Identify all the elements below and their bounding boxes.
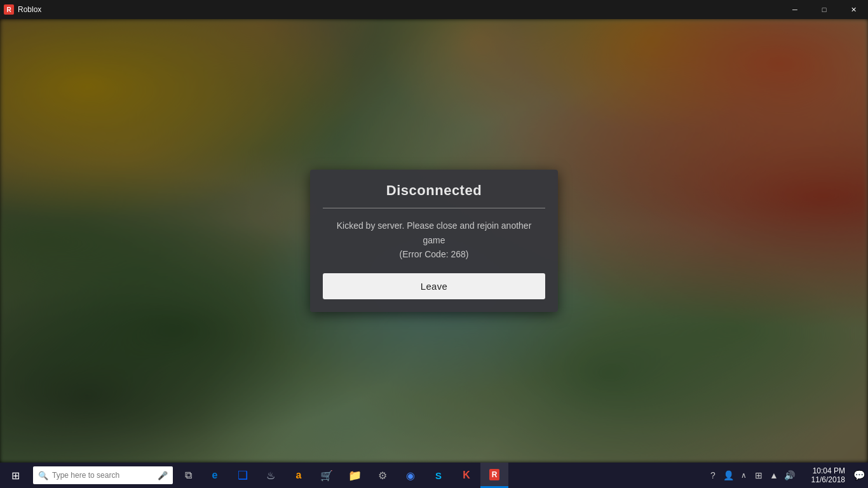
task-view-button[interactable]: ⧉ (175, 463, 201, 488)
message-line2: game (423, 235, 445, 245)
edge-icon: e (212, 470, 218, 481)
taskbar-app-amazon[interactable]: a (285, 463, 313, 488)
roblox-icon: R (489, 469, 500, 480)
system-tray: ? 👤 ∧ ⊞ ▲ 🔊 (703, 463, 799, 488)
app-icon-letter: R (6, 6, 11, 13)
taskbar-search[interactable]: 🔍 🎤 (33, 466, 173, 484)
notification-icon: 💬 (853, 470, 865, 481)
maximize-button[interactable]: □ (810, 0, 839, 19)
taskbar-app-kaspersky[interactable]: K (452, 463, 480, 488)
task-view-icon: ⧉ (185, 470, 192, 481)
window-title: Roblox (18, 5, 780, 14)
dialog-message: Kicked by server. Please close and rejoi… (323, 219, 545, 261)
notification-button[interactable]: 💬 (850, 463, 868, 488)
tray-help-button[interactable]: ? (705, 463, 721, 488)
skype-icon: S (435, 470, 442, 481)
shopping-icon: 🛒 (320, 470, 333, 482)
search-input[interactable] (52, 471, 158, 480)
network-icon: ⊞ (755, 470, 763, 480)
leave-button[interactable]: Leave (323, 273, 545, 299)
dialog-title: Disconnected (323, 182, 545, 199)
help-icon: ? (710, 470, 715, 480)
tray-wifi-button[interactable]: ▲ (766, 463, 782, 488)
clock-time: 10:04 PM (813, 466, 845, 475)
disconnected-dialog: Disconnected Kicked by server. Please cl… (310, 170, 558, 311)
taskbar-app-shopping[interactable]: 🛒 (313, 463, 341, 488)
tray-volume-button[interactable]: 🔊 (782, 463, 797, 488)
taskbar-app-roblox[interactable]: R (480, 463, 508, 488)
taskbar-app-steam[interactable]: ♨ (257, 463, 285, 488)
clock-date: 11/6/2018 (811, 475, 845, 484)
folder-icon: 📁 (348, 469, 362, 482)
taskbar-app-dropbox[interactable]: ❑ (229, 463, 257, 488)
close-button[interactable]: ✕ (839, 0, 868, 19)
amazon-icon: a (296, 470, 302, 481)
taskbar-app-folder[interactable]: 📁 (341, 463, 369, 488)
taskbar-app-chrome[interactable]: ◉ (397, 463, 424, 488)
taskbar-app-edge[interactable]: e (201, 463, 229, 488)
taskbar-app-settings[interactable]: ⚙ (369, 463, 397, 488)
search-icon: 🔍 (38, 471, 48, 480)
titlebar: R Roblox ─ □ ✕ (0, 0, 868, 19)
kaspersky-icon: K (463, 470, 470, 481)
app-icon: R (4, 4, 14, 15)
dropbox-icon: ❑ (238, 468, 248, 482)
game-background: Disconnected Kicked by server. Please cl… (0, 19, 868, 463)
chrome-icon: ◉ (406, 470, 415, 482)
mic-icon[interactable]: 🎤 (158, 471, 168, 480)
tray-people-button[interactable]: 👤 (721, 463, 736, 488)
minimize-button[interactable]: ─ (780, 0, 810, 19)
people-icon: 👤 (723, 470, 734, 480)
message-line1: Kicked by server. Please close and rejoi… (337, 220, 532, 231)
settings-icon: ⚙ (378, 470, 387, 482)
clock-area[interactable]: 10:04 PM 11/6/2018 (799, 463, 850, 488)
taskbar-app-skype[interactable]: S (424, 463, 452, 488)
taskbar: ⊞ 🔍 🎤 ⧉ e ❑ ♨ a 🛒 📁 ⚙ ◉ S K R (0, 463, 868, 488)
wifi-icon: ▲ (770, 470, 778, 480)
tray-chevron-button[interactable]: ∧ (736, 463, 751, 488)
windows-icon: ⊞ (11, 470, 20, 482)
window-controls: ─ □ ✕ (780, 0, 868, 19)
dialog-overlay: Disconnected Kicked by server. Please cl… (0, 19, 868, 463)
dialog-divider (323, 208, 545, 208)
message-line3: (Error Code: 268) (400, 249, 469, 259)
chevron-icon: ∧ (741, 471, 747, 480)
steam-icon: ♨ (266, 470, 275, 482)
start-button[interactable]: ⊞ (0, 463, 31, 488)
tray-network-button[interactable]: ⊞ (751, 463, 766, 488)
volume-icon: 🔊 (784, 470, 795, 480)
